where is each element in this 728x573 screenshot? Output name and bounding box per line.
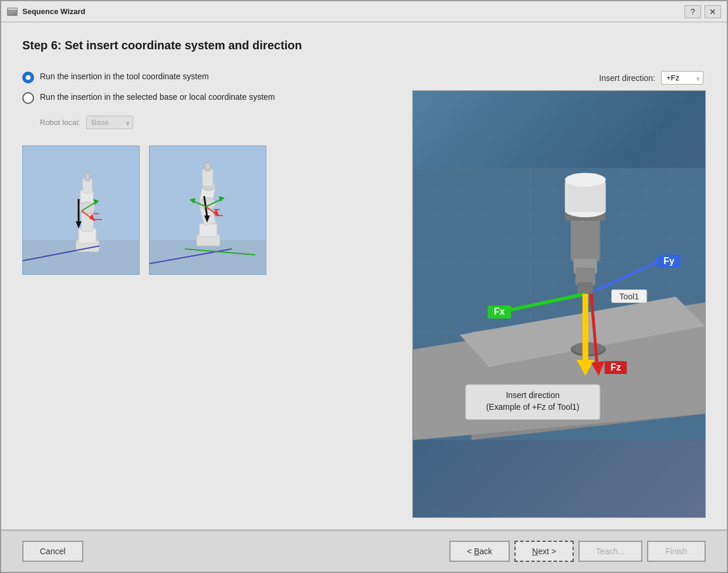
left-panel: Run the insertion in the tool coordinate… xyxy=(22,71,389,518)
svg-text:Tool1: Tool1 xyxy=(619,292,639,301)
svg-rect-2 xyxy=(8,11,16,11)
main-row: Run the insertion in the tool coordinate… xyxy=(22,71,706,518)
svg-rect-59 xyxy=(578,282,593,294)
teach-button[interactable]: Teach... xyxy=(578,541,642,562)
robot-images xyxy=(22,146,389,275)
svg-rect-52 xyxy=(571,215,600,262)
robot-svg-2 xyxy=(150,146,266,275)
radio-tool-coord[interactable]: Run the insertion in the tool coordinate… xyxy=(22,71,389,83)
robot-local-row: Robot local: Base xyxy=(40,116,389,129)
radio-base-coord-circle xyxy=(22,92,34,104)
radio-tool-coord-circle xyxy=(22,72,34,83)
window-title: Sequence Wizard xyxy=(22,7,685,16)
cancel-button[interactable]: Cancel xyxy=(22,541,83,562)
svg-rect-32 xyxy=(205,163,211,171)
radio-base-coord[interactable]: Run the insertion in the selected base o… xyxy=(22,92,389,104)
radio-tool-coord-label: Run the insertion in the tool coordinate… xyxy=(40,71,209,83)
svg-rect-1 xyxy=(8,8,17,10)
right-panel: Insert direction: +Fz -Fz +Fx -Fx +Fy -F… xyxy=(412,71,706,518)
title-bar-controls: ? ✕ xyxy=(685,5,721,18)
robot-local-select[interactable]: Base xyxy=(86,116,133,129)
robot-image-1 xyxy=(22,146,140,275)
svg-point-57 xyxy=(565,173,606,187)
footer-nav-buttons: < Back Next > Teach... Finish xyxy=(449,541,706,562)
close-button[interactable]: ✕ xyxy=(705,5,721,18)
help-button[interactable]: ? xyxy=(685,5,701,18)
robot-local-label: Robot local: xyxy=(40,118,80,127)
svg-rect-3 xyxy=(8,12,16,12)
back-button[interactable]: < Back xyxy=(449,541,510,562)
robot-local-select-wrapper: Base xyxy=(86,116,133,129)
robot-image-2 xyxy=(149,146,266,275)
insert-direction-row: Insert direction: +Fz -Fz +Fx -Fx +Fy -F… xyxy=(412,71,706,85)
svg-text:Fz: Fz xyxy=(611,362,621,372)
next-button[interactable]: Next > xyxy=(514,541,574,562)
main-window: Sequence Wizard ? ✕ Step 6: Set insert c… xyxy=(0,0,728,573)
window-icon xyxy=(7,8,18,16)
footer: Cancel < Back Next > Teach... Finish xyxy=(1,530,727,572)
svg-text:Fx: Fx xyxy=(494,306,505,316)
insert-direction-label: Insert direction: xyxy=(599,73,655,83)
diagram-svg: Fx Fy Fz Tool1 Insert direction (Ex xyxy=(413,91,705,517)
radio-group: Run the insertion in the tool coordinate… xyxy=(22,71,389,104)
finish-button[interactable]: Finish xyxy=(647,541,706,562)
title-bar: Sequence Wizard ? ✕ xyxy=(1,1,727,22)
diagram-box: Fx Fy Fz Tool1 Insert direction (Ex xyxy=(412,90,706,518)
step-title: Step 6: Set insert coordinate system and… xyxy=(22,39,706,52)
svg-rect-26 xyxy=(199,224,217,237)
insert-direction-select-wrapper: +Fz -Fz +Fx -Fx +Fy -Fy xyxy=(661,71,703,85)
content-area: Step 6: Set insert coordinate system and… xyxy=(1,22,727,530)
svg-rect-13 xyxy=(85,173,90,181)
svg-text:Fy: Fy xyxy=(663,256,675,266)
svg-rect-4 xyxy=(8,13,14,14)
robot-svg-1 xyxy=(23,146,140,275)
radio-base-coord-label: Run the insertion in the selected base o… xyxy=(40,92,275,103)
svg-text:(Example of +Fz of Tool1): (Example of +Fz of Tool1) xyxy=(486,402,580,412)
insert-direction-select[interactable]: +Fz -Fz +Fx -Fx +Fy -Fy xyxy=(661,71,703,85)
svg-text:Insert direction: Insert direction xyxy=(506,390,559,400)
